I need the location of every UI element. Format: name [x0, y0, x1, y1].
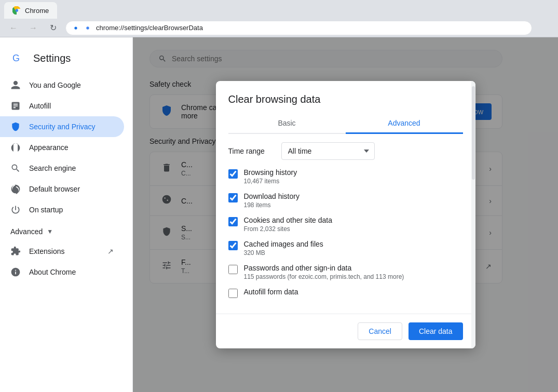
svg-point-2	[86, 26, 89, 29]
forward-button[interactable]: →	[26, 21, 40, 35]
checkbox-cached-images: Cached images and files 320 MB	[228, 240, 463, 256]
dialog-scrollbar-thumb[interactable]	[472, 86, 475, 180]
checkbox-passwords-input[interactable]	[228, 265, 238, 274]
checkbox-download-history-label[interactable]: Download history 198 items	[244, 192, 300, 209]
startup-icon	[10, 205, 21, 215]
cancel-button[interactable]: Cancel	[358, 322, 402, 340]
autofill-icon	[10, 101, 21, 111]
checkbox-cookies-input[interactable]	[228, 217, 238, 226]
checkbox-browsing-history-label[interactable]: Browsing history 10,467 items	[244, 168, 297, 185]
reload-button[interactable]: ↻	[46, 21, 60, 35]
sidebar-item-on-startup[interactable]: On startup	[0, 199, 124, 220]
browser-bar: ← → ↻ chrome://settings/clearBrowserData	[0, 19, 558, 37]
advanced-chevron-icon: ▼	[47, 228, 53, 235]
sidebar-item-appearance[interactable]: Appearance	[0, 137, 124, 158]
lock-icon	[72, 24, 79, 32]
checkbox-autofill: Autofill form data	[228, 288, 463, 298]
dialog-body: Time range Last hour Last 24 hours Last …	[216, 134, 475, 314]
external-link-icon: ↗	[107, 247, 114, 255]
sidebar-item-you-and-google[interactable]: You and Google	[0, 75, 124, 96]
svg-text:G: G	[12, 53, 20, 63]
active-tab[interactable]: Chrome	[4, 2, 57, 19]
sidebar: G Settings You and Google Autofill Secur…	[0, 37, 133, 392]
checkbox-cached-images-label[interactable]: Cached images and files 320 MB	[244, 240, 323, 256]
checkbox-passwords-label[interactable]: Passwords and other sign-in data 115 pas…	[244, 264, 404, 280]
sidebar-label-autofill: Autofill	[29, 102, 51, 110]
time-range-label: Time range	[228, 147, 275, 155]
sidebar-label-you-and-google: You and Google	[29, 81, 81, 89]
search-engine-icon	[10, 163, 21, 173]
sidebar-item-search-engine[interactable]: Search engine	[0, 158, 124, 179]
tab-bar: Chrome	[0, 0, 558, 19]
appearance-icon	[10, 142, 21, 153]
checkbox-browsing-history: Browsing history 10,467 items	[228, 168, 463, 185]
back-button[interactable]: ←	[6, 21, 21, 35]
checkbox-browsing-history-input[interactable]	[228, 169, 238, 179]
sidebar-label-search-engine: Search engine	[29, 164, 76, 172]
sidebar-item-about-chrome[interactable]: About Chrome	[0, 262, 124, 282]
dialog-footer: Cancel Clear data	[216, 314, 475, 348]
sidebar-header: G Settings	[0, 46, 132, 75]
checkbox-cookies-label[interactable]: Cookies and other site data From 2,032 s…	[244, 216, 332, 233]
main-content: Safety check Chrome can help keep you sa…	[133, 37, 558, 392]
checkbox-cached-images-input[interactable]	[228, 241, 238, 250]
person-icon	[10, 80, 21, 90]
extensions-icon	[10, 246, 21, 256]
tab-title: Chrome	[25, 7, 49, 15]
sidebar-label-default-browser: Default browser	[29, 185, 80, 193]
overlay: Clear browsing data Basic Advanced Time …	[133, 37, 558, 392]
tab-basic[interactable]: Basic	[228, 114, 346, 134]
address-bar[interactable]: chrome://settings/clearBrowserData	[65, 21, 532, 35]
dialog-title: Clear browsing data	[216, 81, 475, 114]
svg-point-1	[74, 26, 77, 29]
sidebar-item-default-browser[interactable]: Default browser	[0, 179, 124, 199]
sidebar-title: Settings	[33, 52, 71, 64]
tab-advanced[interactable]: Advanced	[346, 114, 463, 134]
clear-data-button[interactable]: Clear data	[409, 322, 463, 340]
sidebar-label-appearance: Appearance	[29, 143, 69, 152]
checkbox-cookies: Cookies and other site data From 2,032 s…	[228, 216, 463, 233]
chrome-settings-icon	[84, 24, 92, 32]
time-range-row: Time range Last hour Last 24 hours Last …	[228, 142, 463, 160]
checkbox-download-history-input[interactable]	[228, 193, 238, 202]
about-chrome-icon	[10, 267, 21, 277]
shield-icon	[10, 121, 21, 132]
clear-browsing-dialog: Clear browsing data Basic Advanced Time …	[216, 81, 475, 348]
advanced-section[interactable]: Advanced ▼	[0, 222, 132, 241]
sidebar-label-extensions: Extensions	[29, 247, 64, 255]
sidebar-label-about-chrome: About Chrome	[29, 268, 76, 276]
address-text: chrome://settings/clearBrowserData	[96, 24, 203, 32]
sidebar-item-extensions[interactable]: Extensions ↗	[0, 241, 124, 262]
checkbox-download-history: Download history 198 items	[228, 192, 463, 209]
google-logo: G	[10, 50, 27, 66]
time-range-select[interactable]: Last hour Last 24 hours Last 7 days Last…	[281, 142, 375, 160]
dialog-scrollbar-track[interactable]	[471, 81, 475, 348]
dialog-tabs: Basic Advanced	[228, 114, 463, 134]
sidebar-label-security-privacy: Security and Privacy	[29, 123, 96, 131]
checkbox-passwords: Passwords and other sign-in data 115 pas…	[228, 264, 463, 280]
chrome-tab-icon	[12, 6, 21, 15]
default-browser-icon	[10, 184, 21, 194]
sidebar-item-autofill[interactable]: Autofill	[0, 96, 124, 116]
sidebar-item-security-privacy[interactable]: Security and Privacy	[0, 116, 124, 137]
advanced-label: Advanced	[10, 227, 43, 236]
checkbox-autofill-label[interactable]: Autofill form data	[244, 288, 298, 297]
checkbox-autofill-input[interactable]	[228, 289, 238, 298]
sidebar-label-on-startup: On startup	[29, 206, 63, 214]
settings-container: G Settings You and Google Autofill Secur…	[0, 37, 558, 392]
